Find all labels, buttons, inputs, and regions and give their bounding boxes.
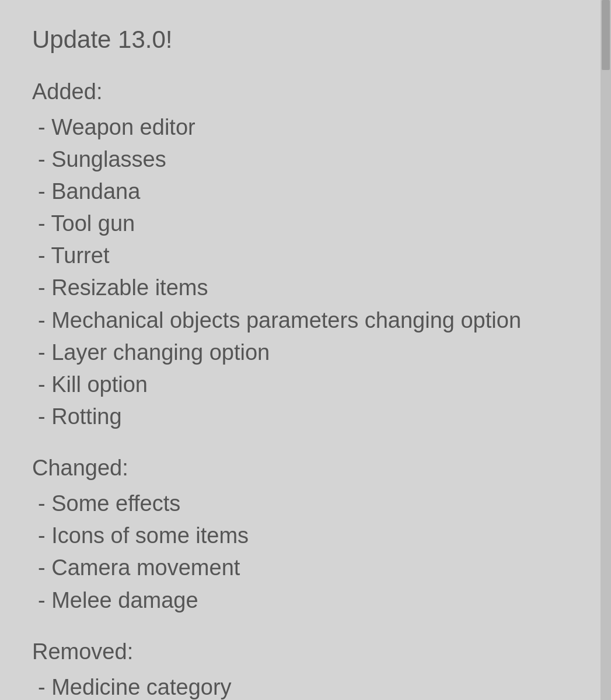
section-header-removed: Removed:	[32, 637, 579, 667]
list-item: - Kill option	[32, 369, 579, 401]
list-item: - Rotting	[32, 401, 579, 433]
item-list-removed: - Medicine category	[32, 671, 579, 700]
scrollbar-thumb[interactable]	[602, 0, 610, 70]
list-item: - Medicine category	[32, 671, 579, 700]
content-area: Update 13.0! Added:- Weapon editor- Sung…	[32, 23, 579, 700]
list-item: - Sunglasses	[32, 144, 579, 176]
list-item: - Weapon editor	[32, 111, 579, 144]
sections-container: Added:- Weapon editor- Sunglasses- Banda…	[32, 77, 579, 700]
list-item: - Mechanical objects parameters changing…	[32, 304, 579, 337]
section-header-changed: Changed:	[32, 453, 579, 483]
scrollbar-track[interactable]	[600, 0, 611, 700]
item-list-added: - Weapon editor- Sunglasses- Bandana- To…	[32, 111, 579, 433]
list-item: - Melee damage	[32, 584, 579, 617]
page-container: Update 13.0! Added:- Weapon editor- Sung…	[0, 0, 611, 700]
list-item: - Bandana	[32, 176, 579, 208]
list-item: - Tool gun	[32, 208, 579, 240]
list-item: - Layer changing option	[32, 337, 579, 369]
section-header-added: Added:	[32, 77, 579, 107]
item-list-changed: - Some effects- Icons of some items- Cam…	[32, 488, 579, 616]
list-item: - Resizable items	[32, 272, 579, 304]
list-item: - Icons of some items	[32, 520, 579, 552]
list-item: - Turret	[32, 240, 579, 272]
page-title: Update 13.0!	[32, 23, 579, 57]
list-item: - Some effects	[32, 488, 579, 520]
list-item: - Camera movement	[32, 552, 579, 584]
